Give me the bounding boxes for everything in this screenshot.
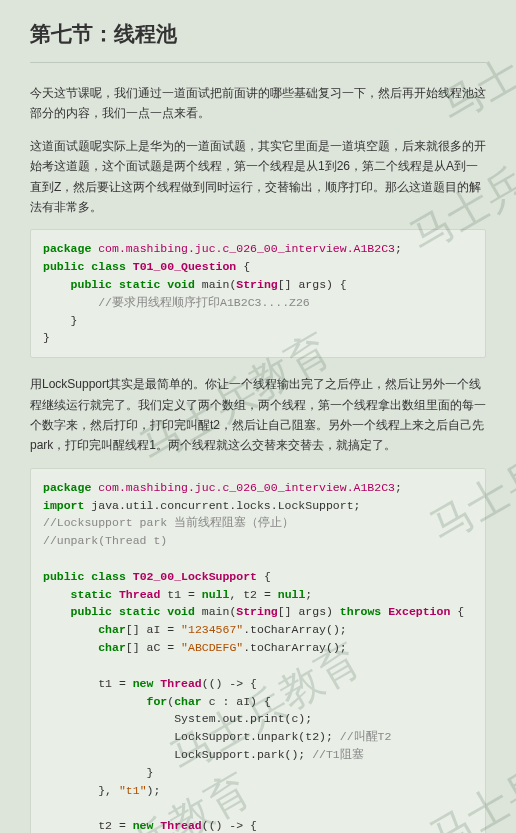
- paragraph: 今天这节课呢，我们通过一道面试把前面讲的哪些基础复习一下，然后再开始线程池这部分…: [30, 83, 486, 124]
- keyword: throws: [340, 605, 381, 618]
- var: aI: [147, 623, 161, 636]
- keyword: public: [43, 260, 84, 273]
- comment: //unpark(Thread t): [43, 534, 167, 547]
- comment: //叫醒T2: [340, 730, 392, 743]
- type: Thread: [119, 588, 160, 601]
- var: t2: [243, 588, 257, 601]
- keyword: public: [71, 605, 112, 618]
- keyword: new: [133, 677, 154, 690]
- keyword: static: [71, 588, 112, 601]
- method: main: [202, 605, 230, 618]
- comment: //Locksupport park 当前线程阻塞（停止）: [43, 516, 294, 529]
- type: Thread: [160, 819, 201, 832]
- package-name: com.mashibing.juc.c_026_00_interview.A1B…: [98, 481, 395, 494]
- keyword: static: [119, 605, 160, 618]
- keyword: char: [98, 623, 126, 636]
- import-path: java.util.concurrent.locks.LockSupport: [91, 499, 353, 512]
- keyword: null: [202, 588, 230, 601]
- divider: [30, 62, 486, 63]
- class-name: T02_00_LockSupport: [133, 570, 257, 583]
- var: t1: [167, 588, 181, 601]
- keyword: class: [91, 570, 126, 583]
- code-block-2: package com.mashibing.juc.c_026_00_inter…: [30, 468, 486, 833]
- keyword: public: [43, 570, 84, 583]
- string: "ABCDEFG": [181, 641, 243, 654]
- var: aC: [147, 641, 161, 654]
- keyword: package: [43, 242, 91, 255]
- type: String: [236, 278, 277, 291]
- param: args: [298, 278, 326, 291]
- keyword: class: [91, 260, 126, 273]
- keyword: void: [167, 605, 195, 618]
- keyword: char: [174, 695, 202, 708]
- call: LockSupport.unpark(t2);: [174, 730, 333, 743]
- comment: //要求用线程顺序打印A1B2C3....Z26: [98, 296, 310, 309]
- keyword: void: [167, 278, 195, 291]
- class-name: T01_00_Question: [133, 260, 237, 273]
- page-title: 第七节：线程池: [30, 20, 486, 48]
- method: main: [202, 278, 230, 291]
- keyword: new: [133, 819, 154, 832]
- string: "t1": [119, 784, 147, 797]
- keyword: null: [278, 588, 306, 601]
- call: .toCharArray(): [243, 641, 340, 654]
- package-name: com.mashibing.juc.c_026_00_interview.A1B…: [98, 242, 395, 255]
- comment: //T1阻塞: [312, 748, 364, 761]
- string: "1234567": [181, 623, 243, 636]
- paragraph: 用LockSupport其实是最简单的。你让一个线程输出完了之后停止，然后让另外…: [30, 374, 486, 456]
- var: c: [209, 695, 216, 708]
- type: String: [236, 605, 277, 618]
- param: args: [298, 605, 326, 618]
- call: LockSupport.park();: [174, 748, 305, 761]
- call: .toCharArray(): [243, 623, 340, 636]
- keyword: static: [119, 278, 160, 291]
- keyword: public: [71, 278, 112, 291]
- code-block-1: package com.mashibing.juc.c_026_00_inter…: [30, 229, 486, 358]
- keyword: for: [147, 695, 168, 708]
- keyword: char: [98, 641, 126, 654]
- keyword: import: [43, 499, 84, 512]
- type: Exception: [388, 605, 450, 618]
- keyword: package: [43, 481, 91, 494]
- type: Thread: [160, 677, 201, 690]
- call: System.out.print: [174, 712, 284, 725]
- paragraph: 这道面试题呢实际上是华为的一道面试题，其实它里面是一道填空题，后来就很多的开始考…: [30, 136, 486, 218]
